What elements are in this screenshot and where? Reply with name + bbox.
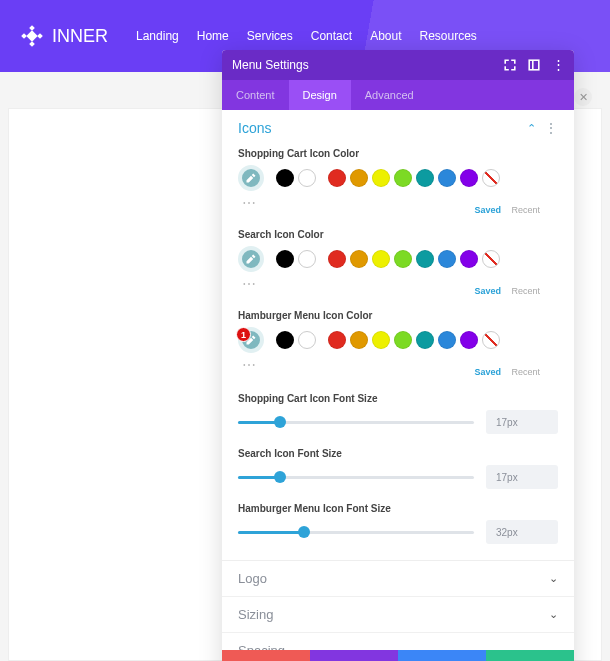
- eyedropper-icon[interactable]: 1: [238, 327, 264, 353]
- cancel-button[interactable]: [222, 650, 310, 661]
- undo-button[interactable]: [310, 650, 398, 661]
- color-field-search: Search Icon Color ⋯ Saved Recent: [222, 223, 574, 304]
- swatch-white[interactable]: [298, 169, 316, 187]
- accordion-item-logo[interactable]: Logo ⌄: [222, 561, 574, 597]
- eyedropper-icon[interactable]: [238, 246, 264, 272]
- brand-logo[interactable]: INNER: [20, 24, 108, 48]
- swatch-more-icon[interactable]: ⋯: [242, 195, 257, 211]
- swatch-black[interactable]: [276, 331, 294, 349]
- accordion-item-sizing[interactable]: Sizing ⌄: [222, 597, 574, 633]
- svg-rect-4: [26, 30, 37, 41]
- swatch-red[interactable]: [328, 331, 346, 349]
- swatch-white[interactable]: [298, 250, 316, 268]
- swatch-teal[interactable]: [416, 331, 434, 349]
- nav-item-resources[interactable]: Resources: [419, 29, 476, 43]
- slider-value-input[interactable]: 17px: [486, 410, 558, 434]
- accordion-label: Logo: [238, 571, 549, 586]
- nav-item-about[interactable]: About: [370, 29, 401, 43]
- swatch-green[interactable]: [394, 250, 412, 268]
- field-label: Shopping Cart Icon Color: [238, 148, 558, 159]
- field-label: Search Icon Font Size: [238, 448, 558, 459]
- swatch-yellow[interactable]: [372, 331, 390, 349]
- color-field-hamburger: Hamburger Menu Icon Color 1 ⋯: [222, 304, 574, 385]
- accordion-label: Sizing: [238, 607, 549, 622]
- swatch-white[interactable]: [298, 331, 316, 349]
- accordion-item-spacing[interactable]: Spacing ⌄: [222, 633, 574, 650]
- swatch-green[interactable]: [394, 169, 412, 187]
- nav-item-home[interactable]: Home: [197, 29, 229, 43]
- tab-content[interactable]: Content: [222, 80, 289, 110]
- tab-advanced[interactable]: Advanced: [351, 80, 428, 110]
- background-close-icon[interactable]: ✕: [574, 88, 592, 106]
- slider-value-input[interactable]: 32px: [486, 520, 558, 544]
- slider-search-size: Search Icon Font Size 17px: [222, 440, 574, 495]
- swatch-blue[interactable]: [438, 331, 456, 349]
- collapse-icon[interactable]: ⌃: [527, 122, 536, 135]
- swatch-purple[interactable]: [460, 331, 478, 349]
- swatch-more-icon[interactable]: ⋯: [242, 357, 257, 373]
- recent-tab[interactable]: Recent: [511, 205, 540, 215]
- swatch-none[interactable]: [482, 169, 500, 187]
- swatch-blue[interactable]: [438, 169, 456, 187]
- swatch-row: 1 ⋯: [238, 327, 558, 353]
- svg-rect-3: [29, 41, 35, 47]
- nav-items: Landing Home Services Contact About Reso…: [136, 29, 477, 43]
- swatch-none[interactable]: [482, 250, 500, 268]
- kebab-icon[interactable]: ⋮: [552, 59, 564, 71]
- swatch-row: ⋯: [238, 246, 558, 272]
- swatch-orange[interactable]: [350, 169, 368, 187]
- swatch-blue[interactable]: [438, 250, 456, 268]
- swatch-orange[interactable]: [350, 250, 368, 268]
- menu-settings-modal: Menu Settings ⋮ Content Design Advanced …: [222, 50, 574, 661]
- panel-icon[interactable]: [528, 59, 540, 71]
- swatch-yellow[interactable]: [372, 169, 390, 187]
- swatch-purple[interactable]: [460, 169, 478, 187]
- saved-tab[interactable]: Saved: [474, 286, 501, 296]
- swatch-more-icon[interactable]: ⋯: [242, 276, 257, 292]
- swatch-purple[interactable]: [460, 250, 478, 268]
- brand-logo-icon: [20, 24, 44, 48]
- brand-name: INNER: [52, 26, 108, 47]
- expand-icon[interactable]: [504, 59, 516, 71]
- tab-design[interactable]: Design: [289, 80, 351, 110]
- recent-tab[interactable]: Recent: [511, 286, 540, 296]
- svg-rect-0: [29, 25, 35, 31]
- nav-item-services[interactable]: Services: [247, 29, 293, 43]
- nav-item-contact[interactable]: Contact: [311, 29, 352, 43]
- swatch-black[interactable]: [276, 250, 294, 268]
- swatch-none[interactable]: [482, 331, 500, 349]
- svg-rect-5: [529, 60, 539, 70]
- swatch-black[interactable]: [276, 169, 294, 187]
- swatch-teal[interactable]: [416, 169, 434, 187]
- slider-track[interactable]: [238, 421, 474, 424]
- nav-item-landing[interactable]: Landing: [136, 29, 179, 43]
- slider-track[interactable]: [238, 531, 474, 534]
- slider-thumb[interactable]: [298, 526, 310, 538]
- section-kebab-icon[interactable]: ⋮: [544, 120, 558, 136]
- swatch-orange[interactable]: [350, 331, 368, 349]
- panel-body[interactable]: Icons ⌃ ⋮ Shopping Cart Icon Color: [222, 110, 574, 650]
- saved-tab[interactable]: Saved: [474, 205, 501, 215]
- redo-button[interactable]: [398, 650, 486, 661]
- field-label: Search Icon Color: [238, 229, 558, 240]
- swatch-row: ⋯: [238, 165, 558, 191]
- swatch-teal[interactable]: [416, 250, 434, 268]
- slider-track[interactable]: [238, 476, 474, 479]
- swatch-red[interactable]: [328, 250, 346, 268]
- modal-tabs: Content Design Advanced: [222, 80, 574, 110]
- modal-header[interactable]: Menu Settings ⋮: [222, 50, 574, 80]
- confirm-button[interactable]: [486, 650, 574, 661]
- recent-tab[interactable]: Recent: [511, 367, 540, 377]
- slider-value-input[interactable]: 17px: [486, 465, 558, 489]
- slider-thumb[interactable]: [274, 416, 286, 428]
- swatch-green[interactable]: [394, 331, 412, 349]
- saved-tab[interactable]: Saved: [474, 367, 501, 377]
- chevron-down-icon: ⌄: [549, 644, 558, 650]
- svg-rect-1: [21, 33, 27, 39]
- chevron-down-icon: ⌄: [549, 608, 558, 621]
- slider-thumb[interactable]: [274, 471, 286, 483]
- swatch-yellow[interactable]: [372, 250, 390, 268]
- modal-footer: [222, 650, 574, 661]
- swatch-red[interactable]: [328, 169, 346, 187]
- eyedropper-icon[interactable]: [238, 165, 264, 191]
